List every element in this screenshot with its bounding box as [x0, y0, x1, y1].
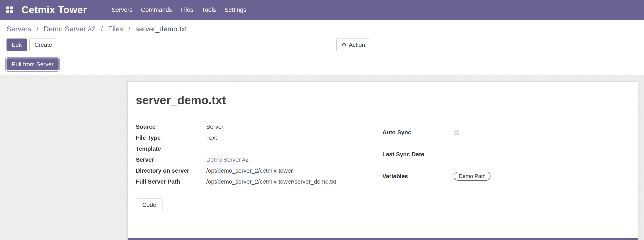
breadcrumb-separator: / — [128, 25, 130, 33]
action-menu-label: Action — [349, 41, 365, 48]
field-value-template — [206, 143, 382, 154]
field-value-source: Server — [206, 121, 382, 132]
field-value-last-sync-date — [454, 143, 630, 165]
variable-tag[interactable]: Demo Path — [454, 172, 490, 181]
breadcrumb-item-files[interactable]: Files — [108, 25, 124, 33]
field-group-right: Auto Sync Last Sync Date Variables Demo … — [382, 121, 630, 187]
main-menu: Servers Commands Files Tools Settings — [112, 6, 246, 13]
create-button[interactable]: Create — [30, 38, 57, 51]
app-brand[interactable]: Cetmix Tower — [22, 4, 87, 15]
breadcrumb-separator: / — [101, 25, 103, 33]
edit-button[interactable]: Edit — [6, 38, 27, 51]
field-label-source: Source — [136, 121, 206, 132]
field-label-auto-sync: Auto Sync — [382, 121, 454, 143]
menu-item-commands[interactable]: Commands — [141, 6, 172, 13]
field-label-server: Server — [136, 154, 206, 165]
control-panel: Servers / Demo Server #2 / Files / serve… — [0, 20, 644, 75]
field-label-last-sync-date: Last Sync Date — [382, 143, 454, 165]
field-label-variables: Variables — [382, 165, 454, 187]
apps-menu-icon-square — [6, 6, 9, 9]
notebook-tabs: Code — [136, 198, 630, 211]
field-row-source: Source Server — [136, 121, 382, 132]
field-row-last-sync-date: Last Sync Date — [382, 143, 630, 165]
field-row-file-type: File Type Text — [136, 132, 382, 143]
control-panel-buttons: Edit Create ⚙ Action — [6, 38, 644, 51]
breadcrumb-separator: / — [36, 25, 38, 33]
field-value-directory: /opt/demo_server_2/cetmix-tower — [206, 165, 382, 176]
field-row-variables: Variables Demo Path — [382, 165, 630, 187]
record-title: server_demo.txt — [136, 93, 630, 108]
top-navbar: Cetmix Tower Servers Commands Files Tool… — [0, 0, 644, 20]
field-value-full-path: /opt/demo_server_2/cetmix-tower/server_d… — [206, 176, 382, 187]
header-button-bar: Pull from Server — [6, 58, 644, 70]
field-groups: Source Server File Type Text Template Se… — [136, 121, 630, 187]
apps-menu-icon-square — [6, 10, 9, 13]
menu-item-files[interactable]: Files — [180, 6, 193, 13]
content-area: server_demo.txt Source Server File Type … — [0, 75, 644, 240]
action-menu-button[interactable]: ⚙ Action — [336, 38, 370, 51]
code-editor[interactable] — [128, 238, 638, 240]
field-row-auto-sync: Auto Sync — [382, 121, 630, 143]
pull-from-server-button[interactable]: Pull from Server — [6, 58, 58, 70]
form-sheet: server_demo.txt Source Server File Type … — [128, 82, 638, 240]
gear-icon: ⚙ — [342, 42, 346, 48]
breadcrumb-current: server_demo.txt — [136, 25, 187, 33]
field-group-left: Source Server File Type Text Template Se… — [136, 121, 382, 187]
field-label-full-path: Full Server Path — [136, 176, 206, 187]
breadcrumb: Servers / Demo Server #2 / Files / serve… — [6, 24, 644, 34]
field-row-directory: Directory on server /opt/demo_server_2/c… — [136, 165, 382, 176]
breadcrumb-item-demo-server[interactable]: Demo Server #2 — [44, 25, 96, 33]
tab-code[interactable]: Code — [136, 198, 163, 211]
apps-menu-icon-square — [10, 10, 13, 13]
field-row-server: Server Demo Server #2 — [136, 154, 382, 165]
field-row-template: Template — [136, 143, 382, 154]
breadcrumb-item-servers[interactable]: Servers — [6, 25, 31, 33]
field-value-file-type: Text — [206, 132, 382, 143]
menu-item-tools[interactable]: Tools — [202, 6, 216, 13]
menu-item-servers[interactable]: Servers — [112, 6, 132, 13]
field-row-full-path: Full Server Path /opt/demo_server_2/cetm… — [136, 176, 382, 187]
auto-sync-checkbox[interactable] — [454, 130, 459, 135]
field-label-file-type: File Type — [136, 132, 206, 143]
field-label-template: Template — [136, 143, 206, 154]
menu-item-settings[interactable]: Settings — [224, 6, 246, 13]
apps-menu-icon-square — [10, 6, 13, 9]
screen: Cetmix Tower Servers Commands Files Tool… — [0, 0, 644, 240]
field-label-directory: Directory on server — [136, 165, 206, 176]
apps-menu-icon[interactable] — [6, 6, 13, 13]
field-value-server-link[interactable]: Demo Server #2 — [206, 156, 248, 163]
